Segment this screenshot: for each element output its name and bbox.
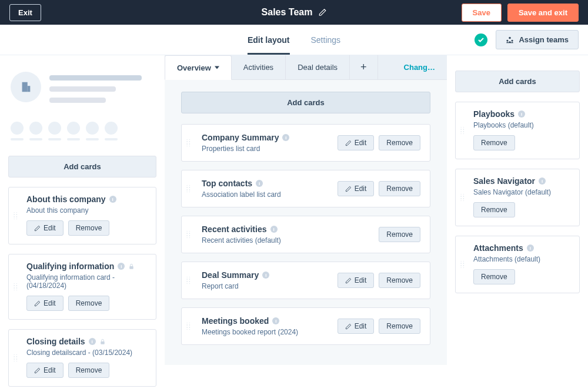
pencil-icon bbox=[345, 140, 352, 146]
save-and-exit-button[interactable]: Save and exit bbox=[507, 4, 579, 22]
sidebar-card[interactable]: ::::::About this company i About this co… bbox=[8, 187, 156, 244]
remove-button[interactable]: Remove bbox=[68, 220, 110, 236]
pencil-icon bbox=[34, 367, 41, 374]
remove-button[interactable]: Remove bbox=[473, 202, 515, 217]
layout-card[interactable]: ::::::Deal Summary iReport cardEditRemov… bbox=[181, 262, 430, 299]
remove-button[interactable]: Remove bbox=[379, 181, 420, 196]
tab-overview[interactable]: Overview bbox=[165, 55, 232, 80]
exit-button[interactable]: Exit bbox=[9, 4, 41, 21]
info-icon: i bbox=[118, 263, 125, 270]
left-column: Add cards ::::::About this company i Abo… bbox=[0, 55, 165, 392]
page-title: Sales Team bbox=[262, 7, 313, 18]
card-subtitle: Properties list card bbox=[202, 145, 338, 153]
drag-handle-icon[interactable]: :::::: bbox=[186, 185, 191, 192]
card-title: About this company i bbox=[26, 195, 148, 204]
info-icon: i bbox=[270, 226, 278, 233]
pencil-icon bbox=[345, 186, 352, 192]
layout-card[interactable]: ::::::Company Summary iProperties list c… bbox=[181, 124, 430, 162]
assign-teams-label: Assign teams bbox=[519, 35, 569, 44]
middle-tabs: Overview Activities Deal details + Chang… bbox=[165, 55, 447, 80]
layout-card[interactable]: ::::::Meetings booked iMeetings booked r… bbox=[181, 307, 430, 345]
info-icon: i bbox=[256, 180, 263, 187]
pencil-icon bbox=[34, 300, 41, 307]
drag-handle-icon[interactable]: :::::: bbox=[186, 139, 191, 146]
assign-teams-button[interactable]: Assign teams bbox=[496, 30, 579, 49]
tab-settings[interactable]: Settings bbox=[310, 25, 340, 55]
edit-button[interactable]: Edit bbox=[338, 135, 375, 150]
lock-icon bbox=[99, 339, 106, 345]
edit-button[interactable]: Edit bbox=[338, 273, 375, 288]
left-add-cards[interactable]: Add cards bbox=[8, 156, 156, 177]
edit-button[interactable]: Edit bbox=[26, 220, 64, 236]
drag-handle-icon[interactable]: :::::: bbox=[460, 261, 465, 268]
tab-activities[interactable]: Activities bbox=[232, 55, 286, 79]
pencil-icon bbox=[34, 225, 41, 232]
caret-down-icon bbox=[215, 65, 219, 70]
sidebar-card[interactable]: ::::::Attachments iAttachments (default)… bbox=[455, 236, 580, 293]
info-icon: i bbox=[272, 317, 279, 324]
sidebar-card[interactable]: ::::::Qualifying information i Qualifyin… bbox=[8, 254, 156, 320]
card-title: Recent activities i bbox=[202, 225, 379, 234]
lock-icon bbox=[128, 263, 135, 270]
svg-rect-3 bbox=[22, 82, 28, 92]
info-icon: i bbox=[539, 177, 546, 185]
info-icon: i bbox=[282, 134, 289, 141]
saved-check-badge bbox=[475, 33, 487, 46]
card-subtitle: Sales Navigator (default) bbox=[473, 188, 571, 196]
layout-card[interactable]: ::::::Top contacts iAssociation label li… bbox=[181, 170, 430, 207]
remove-button[interactable]: Remove bbox=[68, 296, 110, 311]
record-header-placeholder bbox=[8, 68, 156, 109]
tab-deal-details[interactable]: Deal details bbox=[286, 55, 350, 79]
card-title: Meetings booked i bbox=[202, 316, 338, 326]
sidebar-card[interactable]: ::::::Sales Navigator iSales Navigator (… bbox=[455, 169, 580, 226]
edit-button[interactable]: Edit bbox=[338, 181, 375, 196]
pencil-icon[interactable] bbox=[318, 8, 326, 16]
edit-button[interactable]: Edit bbox=[26, 296, 64, 311]
edit-button[interactable]: Edit bbox=[26, 363, 64, 378]
tab-edit-layout[interactable]: Edit layout bbox=[248, 25, 290, 55]
card-subtitle: About this company bbox=[26, 206, 148, 215]
svg-point-2 bbox=[512, 39, 513, 41]
card-title: Playbooks i bbox=[473, 109, 571, 119]
tab-overview-label: Overview bbox=[177, 63, 211, 72]
pencil-icon bbox=[345, 323, 352, 330]
card-title: Attachments i bbox=[473, 243, 571, 253]
drag-handle-icon[interactable]: :::::: bbox=[14, 283, 18, 290]
building-icon bbox=[19, 81, 32, 93]
remove-button[interactable]: Remove bbox=[473, 135, 515, 150]
group-icon bbox=[506, 36, 514, 44]
topbar: Exit Sales Team Save Save and exit bbox=[0, 0, 588, 25]
card-subtitle: Closing detailscard - (03/15/2024) bbox=[26, 349, 148, 357]
card-subtitle: Meetings booked report (2024) bbox=[202, 328, 338, 336]
save-button[interactable]: Save bbox=[462, 4, 502, 22]
drag-handle-icon[interactable]: :::::: bbox=[186, 231, 191, 238]
edit-button[interactable]: Edit bbox=[338, 319, 375, 334]
drag-handle-icon[interactable]: :::::: bbox=[186, 323, 191, 330]
card-title: Top contacts i bbox=[202, 179, 338, 188]
remove-button[interactable]: Remove bbox=[379, 319, 420, 334]
middle-add-cards[interactable]: Add cards bbox=[181, 92, 430, 113]
drag-handle-icon[interactable]: :::::: bbox=[186, 277, 191, 284]
card-subtitle: Recent activities (default) bbox=[202, 236, 379, 244]
card-subtitle: Attachments (default) bbox=[473, 255, 571, 263]
drag-handle-icon[interactable]: :::::: bbox=[460, 127, 465, 134]
right-add-cards[interactable]: Add cards bbox=[455, 71, 580, 92]
card-title: Closing details i bbox=[26, 337, 148, 346]
remove-button[interactable]: Remove bbox=[473, 269, 515, 284]
remove-button[interactable]: Remove bbox=[379, 273, 420, 288]
drag-handle-icon[interactable]: :::::: bbox=[460, 194, 465, 201]
remove-button[interactable]: Remove bbox=[68, 363, 110, 378]
tab-change[interactable]: Chang… bbox=[392, 55, 447, 79]
sidebar-card[interactable]: ::::::Playbooks iPlaybooks (default)Remo… bbox=[455, 102, 580, 159]
card-title: Deal Summary i bbox=[202, 270, 338, 280]
subbar: Edit layout Settings Assign teams bbox=[0, 25, 588, 55]
pencil-icon bbox=[345, 277, 352, 284]
tab-add[interactable]: + bbox=[350, 55, 378, 79]
drag-handle-icon[interactable]: :::::: bbox=[14, 354, 18, 361]
layout-card[interactable]: ::::::Recent activities iRecent activiti… bbox=[181, 216, 430, 253]
card-title: Company Summary i bbox=[202, 133, 338, 142]
sidebar-card[interactable]: ::::::Closing details i Closing detailsc… bbox=[8, 329, 156, 387]
remove-button[interactable]: Remove bbox=[379, 135, 420, 150]
drag-handle-icon[interactable]: :::::: bbox=[14, 212, 18, 219]
remove-button[interactable]: Remove bbox=[379, 227, 420, 242]
